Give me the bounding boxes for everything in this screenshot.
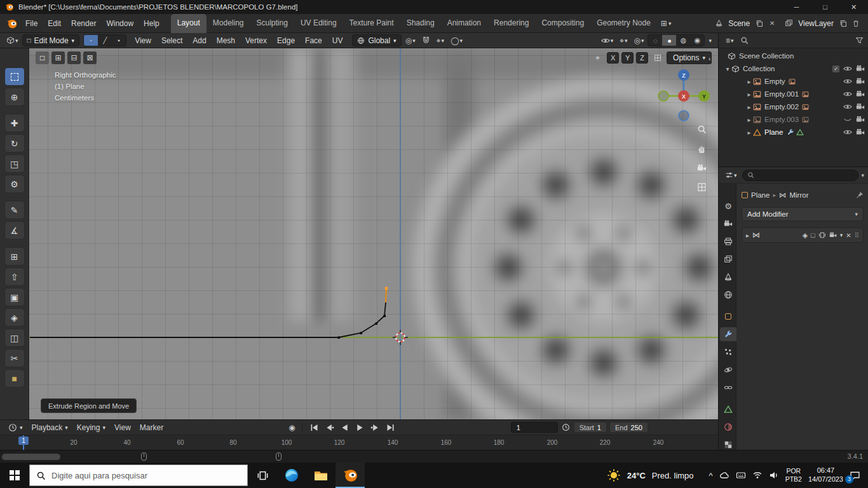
zoom-icon[interactable] (697, 125, 707, 134)
tab-sculpting[interactable]: Sculpting (250, 14, 294, 33)
tab-physics[interactable] (720, 363, 736, 377)
scene-name[interactable]: Scene (726, 19, 752, 28)
menu-face[interactable]: Face (301, 36, 327, 45)
options-dropdown[interactable]: Options▾ (667, 51, 712, 64)
overlays-dropdown[interactable]: ◎▾ (631, 36, 646, 45)
hide-viewport-eye-icon[interactable] (843, 128, 852, 137)
select-mode-extend-icon[interactable]: ⊞ (51, 51, 65, 64)
disable-render-camera-icon[interactable] (856, 77, 865, 86)
region-collapse-icon[interactable]: ‹ (709, 55, 711, 62)
outliner-row-empty[interactable]: ▸ Empty (719, 75, 868, 88)
edge-select-icon[interactable]: ╱ (98, 35, 112, 46)
breadcrumb-object[interactable]: Plane (751, 191, 770, 199)
search-input[interactable] (51, 471, 229, 480)
hide-viewport-eye-icon[interactable] (843, 77, 852, 86)
shading-rendered-icon[interactable]: ◉ (690, 35, 704, 46)
disable-render-camera-icon[interactable] (856, 102, 865, 111)
tab-scene[interactable] (720, 270, 736, 284)
new-view-layer-icon[interactable] (837, 18, 849, 29)
timeline-editor-icon[interactable]: ▾ (4, 423, 27, 432)
network-wifi-icon[interactable] (752, 470, 763, 480)
menu-render[interactable]: Render (66, 14, 101, 33)
pin-icon[interactable] (856, 191, 864, 199)
remove-modifier-icon[interactable]: ✕ (846, 232, 851, 239)
tab-constraints[interactable] (720, 381, 736, 395)
weather-sun-icon[interactable] (607, 468, 621, 482)
properties-editor-icon[interactable]: ▾ (722, 171, 740, 179)
outliner-row-empty-003[interactable]: ▸ Empty.003 (719, 113, 868, 126)
jump-to-start-button[interactable] (309, 423, 320, 433)
tool-measure[interactable]: ∡ (4, 221, 25, 240)
pan-hand-icon[interactable] (697, 144, 707, 154)
select-mode-subtract-icon[interactable]: ⊟ (67, 51, 81, 64)
breadcrumb-modifier[interactable]: Mirror (789, 191, 808, 199)
shading-options-dropdown[interactable]: ▾ (706, 37, 714, 44)
disclosure-closed-icon[interactable]: ▸ (745, 104, 753, 111)
disable-render-camera-icon[interactable] (856, 64, 865, 73)
tab-view-layer[interactable] (720, 252, 736, 266)
tool-poly-build[interactable]: ■ (4, 369, 25, 388)
mirror-modifier-panel-header[interactable]: ▸ ⋈ ◈ □ ▾ ✕ ⠿ (742, 227, 864, 243)
shading-wireframe-icon[interactable]: ◌ (648, 35, 662, 46)
gizmos-dropdown[interactable]: ⌖▾ (617, 36, 630, 45)
toggle-edit-mode-icon[interactable]: □ (811, 231, 815, 239)
onedrive-cloud-icon[interactable] (719, 470, 729, 480)
prev-keyframe-button[interactable] (324, 423, 336, 433)
jump-to-end-button[interactable] (385, 423, 397, 433)
disclosure-open-icon[interactable]: ▾ (724, 65, 731, 72)
start-button[interactable] (0, 463, 29, 488)
disable-render-camera-icon[interactable] (856, 115, 865, 124)
menu-select[interactable]: Select (157, 36, 187, 45)
tool-extrude-region[interactable]: ⇧ (4, 268, 25, 286)
add-modifier-dropdown[interactable]: Add Modifier ▾ (742, 207, 864, 221)
menu-edit[interactable]: Edit (43, 14, 66, 33)
unlink-scene-icon[interactable]: ✕ (766, 18, 778, 29)
weather-temp[interactable]: 24°C (627, 471, 646, 480)
tool-transform[interactable]: ⚙ (4, 175, 25, 193)
maximize-button[interactable]: □ (811, 0, 839, 14)
disable-render-camera-icon[interactable] (856, 90, 865, 98)
operator-panel[interactable]: Extrude Region and Move (41, 398, 137, 413)
object-visibility-dropdown[interactable]: ▾ (599, 36, 616, 45)
remove-view-layer-icon[interactable] (850, 18, 862, 29)
tool-loop-cut[interactable]: ◫ (4, 329, 25, 347)
tool-move[interactable]: ✚ (4, 114, 25, 132)
tool-inset-faces[interactable]: ▣ (4, 288, 25, 306)
minimize-button[interactable]: ─ (782, 0, 811, 14)
select-mode-intersect-icon[interactable]: ⊠ (83, 51, 97, 64)
shading-solid-icon[interactable]: ● (662, 35, 676, 46)
hide-viewport-eye-icon[interactable] (843, 64, 852, 73)
menu-keying[interactable]: Keying▾ (72, 423, 110, 432)
menu-playback[interactable]: Playback▾ (27, 423, 72, 432)
edge-app-button[interactable] (277, 463, 306, 488)
tab-output[interactable] (720, 234, 736, 248)
outliner-filter-icon[interactable] (855, 36, 864, 44)
snap-target-dropdown[interactable]: ⌖▾ (434, 36, 447, 45)
hide-viewport-eye-icon[interactable] (843, 90, 852, 98)
editor-type-icon[interactable]: ▾ (4, 36, 21, 44)
viewport-3d[interactable]: Z Y X ⊕ ✚ ↻ ◳ ⚙ ✎ ∡ ⊞ ⇧ ▣ ◈ (0, 48, 718, 419)
hide-viewport-eye-icon[interactable] (843, 102, 852, 111)
taskbar-search[interactable] (29, 464, 248, 486)
timeline-scrollbar[interactable] (2, 454, 60, 460)
menu-window[interactable]: Window (101, 14, 139, 33)
play-reverse-button[interactable] (339, 423, 351, 433)
shading-material-icon[interactable]: ◍ (676, 35, 690, 46)
outliner-row-scene-collection[interactable]: Scene Collection (719, 50, 868, 62)
properties-search-input[interactable] (742, 170, 859, 181)
disclosure-closed-icon[interactable]: ▸ (745, 116, 753, 123)
disclosure-closed-icon[interactable]: ▸ (745, 78, 753, 85)
current-frame-field[interactable]: 1 (511, 422, 558, 433)
add-workspace-button[interactable]: ⊞▾ (657, 19, 675, 28)
tool-cursor[interactable]: ⊕ (4, 88, 25, 106)
tab-rendering[interactable]: Rendering (487, 14, 535, 33)
properties-options-icon[interactable]: ▾ (861, 172, 864, 179)
tab-animation[interactable]: Animation (441, 14, 487, 33)
volume-icon[interactable] (769, 470, 779, 480)
toggle-render-icon[interactable] (829, 231, 837, 239)
play-button[interactable] (355, 423, 366, 433)
tab-tool[interactable]: ⚙ (720, 199, 736, 213)
tab-compositing[interactable]: Compositing (535, 14, 590, 33)
tab-texture-paint[interactable]: Texture Paint (343, 14, 400, 33)
mirror-target-icon[interactable]: ⌖ (591, 51, 604, 64)
